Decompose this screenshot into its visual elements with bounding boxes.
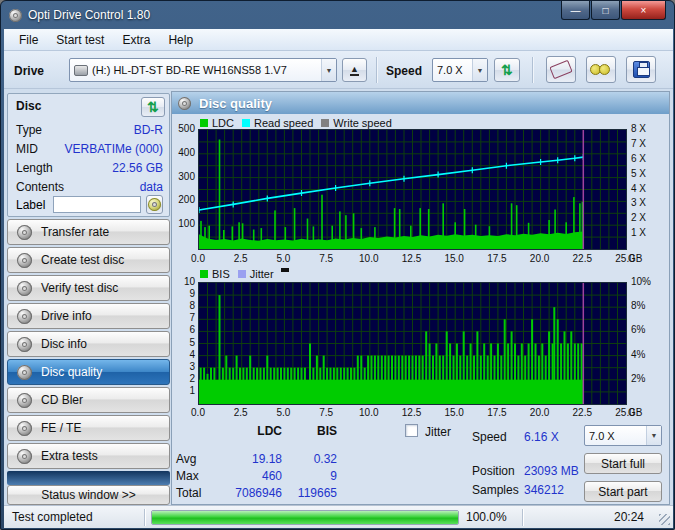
y-tick-label: 4 — [172, 349, 195, 360]
bottom-chart-xaxis: 0.02.55.07.510.012.515.017.520.022.525.0… — [198, 407, 668, 419]
x-tick-label: 12.5 — [395, 253, 429, 264]
app-window: Opti Drive Control 1.80 — □ × FileStart … — [0, 0, 675, 530]
disc-panel-title: Disc — [16, 99, 41, 113]
maximize-button[interactable]: □ — [591, 1, 620, 20]
nav-item-label: Verify test disc — [41, 281, 118, 295]
refresh-speed-button[interactable]: ⇅ — [494, 58, 520, 82]
y-tick-label: 2% — [631, 373, 667, 384]
inspect-button[interactable] — [586, 56, 616, 83]
start-full-button[interactable]: Start full — [584, 453, 662, 474]
resize-grip[interactable] — [659, 514, 670, 525]
quality-speed-select[interactable]: 7.0 X ▼ — [584, 425, 662, 446]
x-tick-label: 10.0 — [352, 253, 386, 264]
legend-swatch-jitter — [238, 270, 246, 278]
start-part-button[interactable]: Start part — [584, 481, 662, 502]
bottom-chart-yaxis-left: 12345678910 — [172, 282, 195, 405]
sidebar-item-disc-quality[interactable]: Disc quality — [7, 359, 170, 385]
x-axis-unit: GB — [628, 407, 652, 418]
disc-field-value: data — [140, 180, 163, 194]
drive-icon — [74, 65, 88, 76]
binoculars-icon — [590, 63, 612, 77]
eject-button[interactable]: ▲ — [342, 58, 367, 82]
y-tick-label: 8% — [631, 300, 667, 311]
minimize-button[interactable]: — — [561, 1, 590, 20]
y-tick-label: 400 — [172, 147, 195, 158]
chevron-down-icon: ▼ — [472, 59, 487, 81]
menu-file[interactable]: File — [10, 31, 47, 49]
disc-label-input[interactable] — [53, 196, 141, 213]
top-chart-xaxis: 0.02.55.07.510.012.515.017.520.022.525.0… — [198, 253, 668, 265]
close-button[interactable]: × — [621, 1, 666, 20]
y-tick-label: 8 X — [631, 123, 667, 134]
bottom-chart-legend: BISJitter — [200, 268, 289, 280]
disc-field-label: Contents — [16, 180, 64, 194]
toolbar: Drive (H:) HL-DT-ST BD-RE WH16NS58 1.V7 … — [4, 51, 673, 89]
y-tick-label: 6% — [631, 324, 667, 335]
disc-label-caption: Label — [16, 198, 45, 212]
content-header: Disc quality — [172, 92, 669, 114]
x-tick-label: 22.5 — [565, 253, 599, 264]
y-tick-label: 5 — [172, 337, 195, 348]
menu-extra[interactable]: Extra — [113, 31, 159, 49]
sidebar-item-fe-te[interactable]: FE / TE — [7, 415, 170, 441]
sidebar-item-cd-bler[interactable]: CD Bler — [7, 387, 170, 413]
x-tick-label: 5.0 — [266, 253, 300, 264]
y-tick-label: 500 — [172, 123, 195, 134]
disc-icon — [17, 337, 32, 352]
x-axis-unit: GB — [628, 253, 652, 264]
save-button[interactable] — [626, 56, 656, 83]
nav-item-label: Disc quality — [41, 365, 102, 379]
top-chart-legend: LDCRead speedWrite speed — [200, 117, 392, 129]
y-tick-label: 3 X — [631, 197, 667, 208]
menu-start-test[interactable]: Start test — [47, 31, 113, 49]
menu-bar: FileStart testExtraHelp — [4, 29, 673, 51]
sidebar-item-disc-info[interactable]: Disc info — [7, 331, 170, 357]
stats-col-ldc: LDC — [212, 424, 282, 438]
sidebar-item-create-test-disc[interactable]: Create test disc — [7, 247, 170, 273]
disc-icon — [17, 281, 32, 296]
x-tick-label: 2.5 — [224, 407, 258, 418]
eraser-icon — [549, 60, 572, 80]
legend-label: LDC — [212, 117, 234, 129]
disc-icon — [17, 449, 32, 464]
sidebar-item-verify-test-disc[interactable]: Verify test disc — [7, 275, 170, 301]
status-window-button[interactable]: Status window >> — [7, 485, 170, 505]
stat-ldc-value: 460 — [212, 469, 282, 483]
speed-select[interactable]: 7.0 X ▼ — [432, 58, 488, 82]
disc-panel: Disc ⇅ TypeBD-RMIDVERBATIMe (000)Length2… — [7, 93, 170, 217]
legend-label: BIS — [212, 268, 230, 280]
y-tick-label: 1 X — [631, 227, 667, 238]
stat-ldc-value: 19.18 — [212, 452, 282, 466]
drive-select[interactable]: (H:) HL-DT-ST BD-RE WH16NS58 1.V7 ▼ — [69, 58, 337, 82]
y-tick-label: 4% — [631, 349, 667, 360]
y-tick-label: 1 — [172, 385, 195, 396]
stat-row-label: Total — [176, 486, 201, 500]
legend-swatch-write-speed — [321, 119, 329, 127]
x-tick-label: 0.0 — [181, 253, 215, 264]
disc-info-row: MIDVERBATIMe (000) — [16, 139, 163, 158]
y-tick-label: 6 X — [631, 153, 667, 164]
erase-disc-button[interactable] — [546, 56, 576, 83]
y-tick-label: 2 X — [631, 212, 667, 223]
x-tick-label: 22.5 — [565, 407, 599, 418]
nav-item-label: CD Bler — [41, 393, 83, 407]
nav-item-label: Disc info — [41, 337, 87, 351]
sidebar-item-transfer-rate[interactable]: Transfer rate — [7, 219, 170, 245]
y-tick-label: 9 — [172, 288, 195, 299]
nav-item-label: Create test disc — [41, 253, 124, 267]
menu-help[interactable]: Help — [159, 31, 202, 49]
nav-item-label: FE / TE — [41, 421, 81, 435]
toolbar-separator — [532, 57, 533, 83]
y-tick-label: 6 — [172, 324, 195, 335]
refresh-disc-button[interactable]: ⇅ — [141, 97, 165, 117]
x-tick-label: 20.0 — [523, 253, 557, 264]
sidebar-item-extra-tests[interactable]: Extra tests — [7, 443, 170, 469]
speed-stat-label: Speed — [472, 430, 507, 444]
sidebar-item-drive-info[interactable]: Drive info — [7, 303, 170, 329]
y-tick-label: 4 X — [631, 183, 667, 194]
disc-info-rows: TypeBD-RMIDVERBATIMe (000)Length22.56 GB… — [16, 120, 163, 196]
y-tick-label: 100 — [172, 218, 195, 229]
jitter-checkbox[interactable] — [405, 424, 418, 437]
write-label-button[interactable] — [146, 195, 163, 214]
samples-value: 346212 — [512, 483, 587, 497]
